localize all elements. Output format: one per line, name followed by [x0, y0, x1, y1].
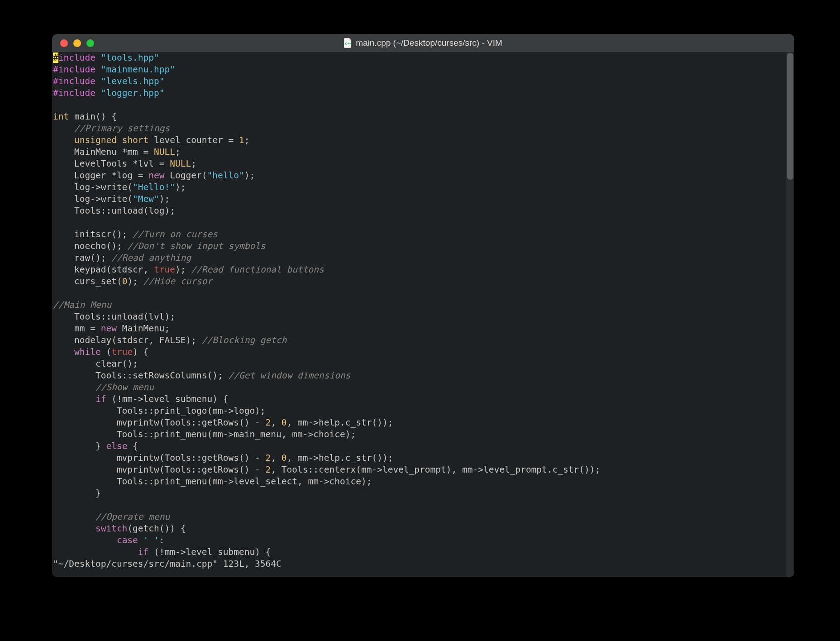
code-token: ,: [271, 417, 281, 428]
code-token: if: [138, 547, 148, 557]
terminal-window: C++ main.cpp (~/Desktop/curses/src) - VI…: [52, 34, 794, 577]
code-token: [53, 135, 74, 145]
code-token: true: [111, 347, 133, 357]
document-icon: C++: [344, 38, 352, 48]
code-token: //Read anything: [111, 253, 191, 263]
scrollbar-track[interactable]: [786, 52, 794, 577]
code-token: //Get window dimensions: [228, 370, 350, 381]
code-token: mvprintw(Tools::getRows() -: [53, 464, 266, 475]
traffic-lights: [52, 39, 94, 47]
code-token: (!mm->level_submenu) {: [148, 547, 271, 557]
code-token: , mm->help.c_str());: [287, 417, 393, 428]
code-token: #include: [53, 64, 101, 75]
code-token: 0: [282, 453, 287, 463]
code-token: "levels.hpp": [101, 76, 165, 86]
code-token: ) {: [133, 347, 148, 357]
code-token: }: [53, 441, 106, 451]
code-token: [53, 394, 95, 404]
svg-text:C++: C++: [345, 42, 351, 45]
code-token: (!mm->level_submenu) {: [106, 394, 228, 404]
code-token: NULL: [170, 158, 191, 169]
code-token: Tools::setRowsColumns();: [53, 370, 228, 381]
code-token: [138, 535, 143, 545]
code-token: main() {: [69, 111, 117, 122]
code-token: }: [53, 488, 101, 498]
code-token: [53, 347, 74, 357]
code-token: [53, 535, 117, 545]
code-token: mvprintw(Tools::getRows() -: [53, 417, 266, 428]
code-token: curs_set(: [53, 276, 122, 287]
code-token: ;: [244, 135, 250, 145]
code-token: , Tools::centerx(mm->level_prompt), mm->…: [271, 464, 600, 475]
code-token: new: [101, 323, 117, 334]
code-token: Tools::unload(lvl);: [53, 311, 175, 322]
code-token: "Hello!": [133, 182, 175, 192]
code-token: Tools::print_menu(mm->level_select, mm->…: [53, 476, 372, 487]
code-token: new: [148, 170, 164, 181]
code-token: 1: [239, 135, 244, 145]
code-token: {: [127, 441, 138, 451]
code-token: );: [159, 194, 170, 204]
code-token: noecho();: [53, 241, 127, 251]
titlebar: C++ main.cpp (~/Desktop/curses/src) - VI…: [52, 34, 794, 52]
code-token: LevelTools *lvl =: [53, 158, 170, 169]
code-token: //Main Menu: [53, 300, 111, 310]
code-token: //Show menu: [95, 382, 154, 392]
code-token: Tools::print_menu(mm->main_menu, mm->cho…: [53, 429, 356, 440]
code-token: include: [58, 53, 101, 63]
code-token: //Don't show input symbols: [127, 241, 265, 251]
code-token: mvprintw(Tools::getRows() -: [53, 453, 266, 463]
code-token: //Turn on curses: [133, 229, 218, 239]
code-token: //Hide cursor: [143, 276, 213, 287]
code-token: );: [175, 182, 186, 192]
code-token: #include: [53, 88, 101, 98]
code-token: //Operate menu: [95, 512, 170, 522]
code-token: ;: [175, 147, 181, 157]
code-token: clear();: [53, 359, 138, 369]
code-token: while: [74, 347, 101, 357]
code-token: "mainmenu.hpp": [101, 64, 175, 75]
code-token: ' ': [143, 535, 159, 545]
window-title: C++ main.cpp (~/Desktop/curses/src) - VI…: [52, 38, 794, 48]
code-token: log->write(: [53, 182, 133, 192]
code-token: switch: [95, 523, 127, 534]
code-token: level_counter =: [148, 135, 239, 145]
code-token: [53, 512, 95, 522]
code-token: Tools::unload(log);: [53, 206, 175, 216]
code-token: 2: [266, 464, 271, 475]
code-token: else: [106, 441, 127, 451]
code-token: NULL: [154, 147, 175, 157]
code-token: 0: [122, 276, 128, 287]
close-icon[interactable]: [60, 39, 68, 47]
code-token: [53, 123, 74, 134]
code-token: "logger.hpp": [101, 88, 165, 98]
code-token: log->write(: [53, 194, 133, 204]
code-token: [53, 523, 95, 534]
code-token: keypad(stdscr,: [53, 264, 154, 275]
code-token: );: [175, 264, 191, 275]
code-token: raw();: [53, 253, 111, 263]
status-line: "~/Desktop/curses/src/main.cpp" 123L, 35…: [53, 559, 282, 569]
code-token: 0: [282, 417, 287, 428]
code-editor[interactable]: #include "tools.hpp" #include "mainmenu.…: [52, 52, 786, 577]
code-token: (getch()) {: [127, 523, 186, 534]
code-token: MainMenu *mm =: [53, 147, 154, 157]
code-token: ,: [271, 453, 281, 463]
code-token: //Read functional buttons: [191, 264, 324, 275]
code-token: :: [159, 535, 165, 545]
code-token: [117, 135, 122, 145]
minimize-icon[interactable]: [73, 39, 81, 47]
scrollbar-thumb[interactable]: [787, 53, 793, 180]
code-token: "tools.hpp": [101, 53, 159, 63]
code-token: [53, 382, 95, 392]
code-token: (: [101, 347, 111, 357]
fullscreen-icon[interactable]: [86, 39, 94, 47]
code-token: int: [53, 111, 69, 122]
code-token: //Primary settings: [74, 123, 170, 134]
code-token: MainMenu;: [117, 323, 170, 334]
code-token: Tools::print_logo(mm->logo);: [53, 406, 266, 416]
code-token: //Blocking getch: [202, 335, 287, 345]
code-token: Logger(: [165, 170, 207, 181]
window-title-text: main.cpp (~/Desktop/curses/src) - VIM: [356, 38, 502, 48]
code-token: 2: [266, 417, 271, 428]
